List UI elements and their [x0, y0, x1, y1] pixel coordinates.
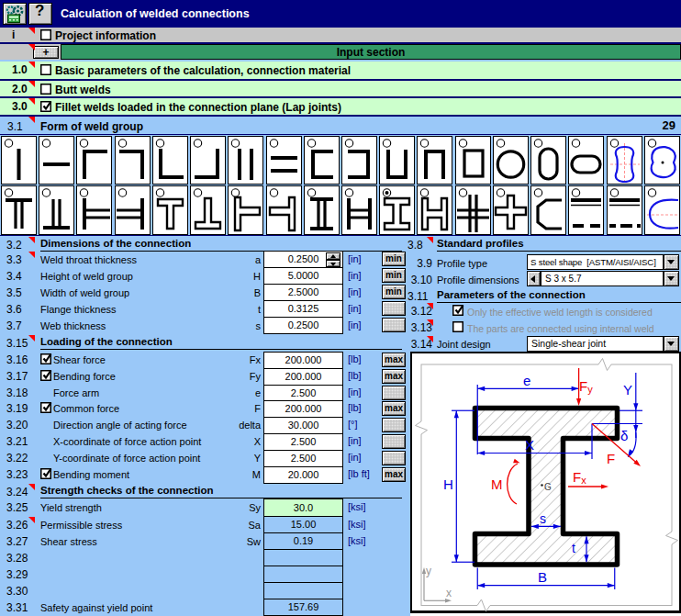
svg-text:s: s [540, 511, 546, 526]
svg-text:B: B [538, 569, 547, 585]
svg-text:δ: δ [620, 428, 628, 443]
svg-text:H: H [443, 476, 453, 492]
svg-text:Fy: Fy [579, 378, 593, 395]
svg-text:X: X [525, 437, 534, 453]
svg-text:M: M [491, 476, 503, 492]
svg-text:y: y [426, 565, 431, 577]
svg-text:t: t [572, 541, 575, 555]
svg-text:Fx: Fx [573, 469, 586, 486]
svg-text:x: x [446, 587, 452, 599]
svg-text:e: e [523, 373, 530, 388]
svg-text:G: G [544, 482, 552, 492]
svg-text:Y: Y [623, 382, 632, 398]
svg-text:F: F [607, 451, 615, 466]
